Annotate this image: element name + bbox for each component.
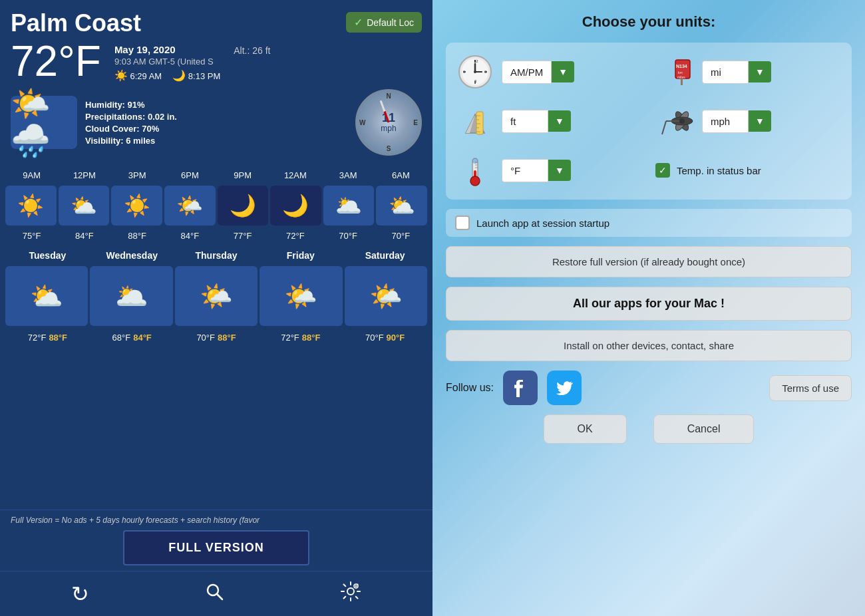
- hourly-temp-2: 84°F: [58, 231, 110, 241]
- hour-3: 3PM: [111, 168, 164, 183]
- altitude-unit-dropdown[interactable]: ▼: [548, 110, 571, 132]
- hour-6: 12AM: [269, 168, 321, 183]
- distance-unit-select[interactable]: mi ▼: [702, 61, 842, 84]
- wind-unit-value: mph: [702, 110, 749, 133]
- daily-temp-2: 68°F 84°F: [90, 333, 174, 343]
- time: 9:03 AM GMT-5 (United S: [114, 57, 220, 67]
- hourly-temps: 75°F 84°F 88°F 84°F 77°F 72°F 70°F 70°F: [0, 228, 432, 243]
- time-unit-select[interactable]: AM/PM ▼: [502, 61, 642, 84]
- altitude-unit-value: ft: [502, 110, 548, 133]
- hourly-temp-6: 72°F: [269, 231, 321, 241]
- altitude: Alt.: 26 ft: [234, 45, 270, 56]
- hourly-icons: ☀️ ⛅ ☀️ 🌤️ 🌙 🌙 🌥️ ⛅: [0, 183, 432, 228]
- terms-of-use-button[interactable]: Terms of use: [769, 375, 852, 401]
- search-icon[interactable]: [205, 582, 224, 605]
- full-version-button[interactable]: FULL VERSION: [123, 530, 309, 565]
- compass-west: W: [359, 119, 365, 126]
- svg-text:km: km: [678, 71, 683, 75]
- hour-2: 12PM: [58, 168, 110, 183]
- visibility: Visibility: 6 miles: [85, 136, 177, 146]
- temp-unit-select[interactable]: °F ▼: [502, 159, 642, 182]
- daily-icon-1: ⛅: [5, 266, 88, 326]
- temp-unit-value: °F: [502, 159, 548, 182]
- compass-east: E: [413, 119, 418, 126]
- time-unit-row: 12 3 6 9 AM/PM ▼: [455, 52, 642, 92]
- svg-rect-22: [681, 78, 683, 85]
- cancel-button[interactable]: Cancel: [653, 414, 755, 444]
- twitter-button[interactable]: [547, 371, 582, 405]
- launch-row[interactable]: Launch app at session startup: [446, 209, 852, 237]
- svg-line-36: [662, 121, 666, 134]
- sunrise: ☀️ 6:29 AM: [114, 69, 162, 82]
- humidity: Humidity: 91%: [85, 100, 177, 110]
- hourly-icon-7: 🌥️: [323, 186, 375, 226]
- moon-icon: 🌙: [172, 70, 186, 81]
- default-loc-button[interactable]: ✓ Default Loc: [346, 12, 422, 33]
- launch-checkbox[interactable]: [455, 216, 470, 230]
- svg-point-39: [470, 176, 480, 186]
- distance-unit-value: mi: [702, 61, 749, 84]
- svg-rect-25: [476, 112, 483, 134]
- all-apps-button[interactable]: All our apps for your Mac !: [446, 287, 852, 321]
- hourly-temp-3: 88°F: [111, 231, 164, 241]
- compass: N S E W 11 mph: [355, 89, 422, 156]
- hourly-temp-4: 84°F: [164, 231, 216, 241]
- hourly-times: 9AM 12PM 3PM 6PM 9PM 12AM 3AM 6AM: [0, 168, 432, 183]
- settings-icon[interactable]: [340, 581, 361, 607]
- precipitation: Precipitations: 0.02 in.: [85, 112, 177, 122]
- svg-point-34: [679, 118, 685, 124]
- svg-point-4: [355, 585, 357, 587]
- svg-rect-43: [472, 158, 478, 164]
- daily-temp-3: 70°F 88°F: [174, 333, 259, 343]
- temp-status-bar-row[interactable]: ✓ Temp. in status bar: [655, 150, 842, 190]
- wind-unit-row: mph ▼: [655, 101, 842, 141]
- svg-text:N134: N134: [676, 64, 687, 69]
- daily-icon-2: 🌥️: [90, 266, 172, 326]
- distance-unit-dropdown[interactable]: ▼: [749, 61, 771, 82]
- header-section: Palm Coast ✓ Default Loc 72°F May 19, 20…: [0, 0, 432, 162]
- time-unit-value: AM/PM: [502, 61, 552, 84]
- daily-temp-5: 70°F 90°F: [343, 333, 427, 343]
- temp-status-bar-checkbox[interactable]: ✓: [655, 163, 670, 178]
- facebook-button[interactable]: [503, 371, 538, 405]
- day-1: Tuesday: [5, 247, 90, 263]
- sun-icon: ☀️: [114, 70, 128, 81]
- follow-label: Follow us:: [446, 382, 494, 394]
- svg-line-1: [217, 594, 222, 599]
- daily-icon-3: 🌤️: [175, 266, 258, 326]
- hourly-temp-5: 77°F: [216, 231, 269, 241]
- wind-unit-dropdown[interactable]: ▼: [749, 110, 771, 132]
- weather-icon-large: 🌤️🌧️: [11, 96, 77, 149]
- units-grid: 12 3 6 9 AM/PM ▼ N134 km miles: [446, 43, 852, 200]
- day-3: Thursday: [174, 247, 259, 263]
- time-unit-dropdown[interactable]: ▼: [552, 61, 574, 82]
- hourly-icon-5: 🌙: [218, 186, 269, 226]
- sunset: 🌙 8:13 PM: [172, 69, 220, 82]
- compass-south: S: [387, 145, 391, 152]
- wind-unit-select[interactable]: mph ▼: [702, 110, 842, 133]
- svg-point-13: [474, 71, 476, 73]
- temp-status-bar-label: Temp. in status bar: [677, 165, 761, 176]
- hourly-temp-1: 75°F: [5, 231, 58, 241]
- launch-label: Launch app at session startup: [476, 218, 609, 229]
- ok-button[interactable]: OK: [544, 414, 627, 444]
- ok-cancel-row: OK Cancel: [446, 414, 852, 444]
- hourly-temp-8: 70°F: [375, 231, 427, 241]
- temp-unit-row: °F ▼: [455, 150, 642, 190]
- daily-headers: Tuesday Wednesday Thursday Friday Saturd…: [0, 247, 432, 263]
- hourly-icon-6: 🌙: [270, 186, 321, 226]
- wind-icon: [655, 101, 695, 141]
- restore-button[interactable]: Restore full version (if already bought …: [446, 246, 852, 277]
- hourly-icon-1: ☀️: [5, 186, 57, 226]
- daily-temps: 72°F 88°F 68°F 84°F 70°F 88°F 72°F 88°F …: [0, 329, 432, 347]
- follow-row: Follow us: Terms of use: [446, 371, 852, 405]
- hourly-icon-8: ⛅: [376, 186, 427, 226]
- daily-temp-1: 72°F 88°F: [5, 333, 90, 343]
- clock-icon: 12 3 6 9: [455, 52, 495, 92]
- refresh-icon[interactable]: ↻: [71, 581, 89, 607]
- install-button[interactable]: Install on other devices, contact, share: [446, 330, 852, 361]
- temp-unit-dropdown[interactable]: ▼: [548, 160, 571, 181]
- hour-4: 6PM: [164, 168, 216, 183]
- altitude-unit-select[interactable]: ft ▼: [502, 110, 642, 133]
- hour-5: 9PM: [216, 168, 269, 183]
